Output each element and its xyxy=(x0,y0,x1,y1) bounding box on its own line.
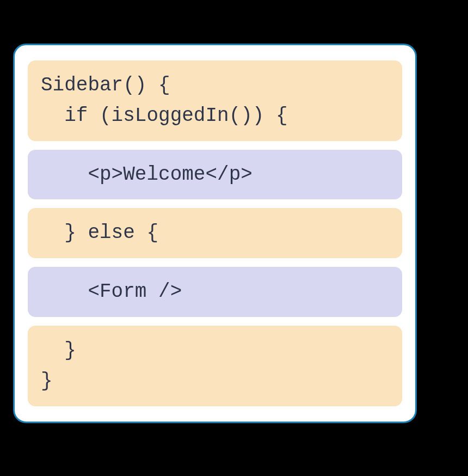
code-card: Sidebar() { if (isLoggedIn()) { <p>Welco… xyxy=(13,44,417,423)
code-block-jsx-2: <Form /> xyxy=(28,267,402,317)
code-block-js-1: Sidebar() { if (isLoggedIn()) { xyxy=(28,60,402,141)
code-block-jsx-1: <p>Welcome</p> xyxy=(28,150,402,200)
code-block-js-3: } } xyxy=(28,326,402,406)
code-block-js-2: } else { xyxy=(28,208,402,258)
